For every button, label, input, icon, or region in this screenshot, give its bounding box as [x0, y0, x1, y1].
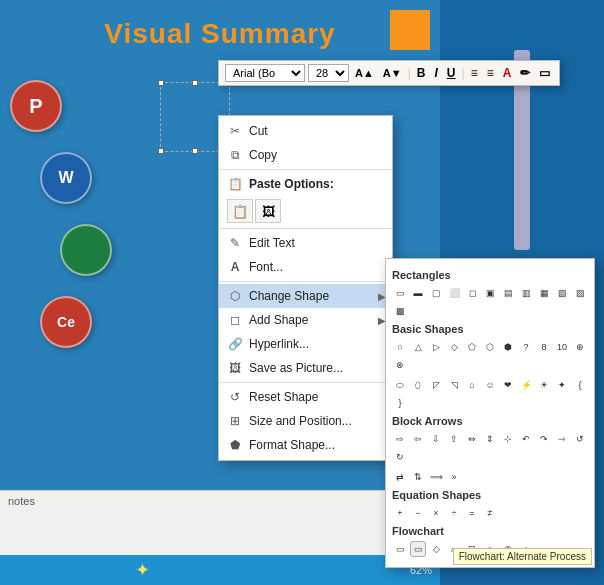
arrow-ud[interactable]: ⇕: [482, 431, 498, 447]
font-color-button[interactable]: A: [500, 65, 515, 81]
eq-equals[interactable]: =: [464, 505, 480, 521]
shape-rect-1[interactable]: ▭: [392, 285, 408, 301]
shape-half-frame[interactable]: ◸: [428, 377, 444, 393]
shape-smiley[interactable]: ☺: [482, 377, 498, 393]
shape-pentagon[interactable]: ⬠: [464, 339, 480, 355]
shape-curly-r[interactable]: }: [392, 395, 408, 411]
arrow-stripes-v[interactable]: ⇅: [410, 469, 426, 485]
arrow-cw[interactable]: ↻: [392, 449, 408, 465]
arrow-up[interactable]: ⇧: [446, 431, 462, 447]
align-left-button[interactable]: ≡: [468, 65, 481, 81]
shape-8[interactable]: 8: [536, 339, 552, 355]
shape-heart[interactable]: ❤: [500, 377, 516, 393]
shape-10[interactable]: 10: [554, 339, 570, 355]
block-arrows-row-2: ⇄ ⇅ ⟹ »: [392, 469, 588, 485]
add-shape-icon: ◻: [227, 312, 243, 328]
shape-x[interactable]: ⊗: [392, 357, 408, 373]
font-selector[interactable]: Arial (Bo: [225, 64, 305, 82]
shape-rect-7[interactable]: ▤: [500, 285, 516, 301]
edit-text-icon: ✎: [227, 235, 243, 251]
handle-bm[interactable]: [192, 148, 198, 154]
shape-house[interactable]: ⌂: [464, 377, 480, 393]
menu-change-shape[interactable]: ⬡ Change Shape ▶: [219, 284, 392, 308]
notes-label: notes: [0, 491, 440, 511]
menu-font[interactable]: A Font...: [219, 255, 392, 279]
shape-triangle[interactable]: △: [410, 339, 426, 355]
shape-rect-8[interactable]: ▥: [518, 285, 534, 301]
font-grow-button[interactable]: A▲: [352, 66, 377, 80]
eq-multiply[interactable]: ×: [428, 505, 444, 521]
flow-altprocess[interactable]: ▭: [410, 541, 426, 557]
paste-btn-2[interactable]: 🖼: [255, 199, 281, 223]
icon-access: Ce: [40, 296, 92, 348]
italic-button[interactable]: I: [431, 65, 440, 81]
arrow-bent-r[interactable]: ↷: [536, 431, 552, 447]
menu-copy[interactable]: ⧉ Copy: [219, 143, 392, 167]
arrow-right[interactable]: ⇨: [392, 431, 408, 447]
eq-notequals[interactable]: ≠: [482, 505, 498, 521]
flow-process[interactable]: ▭: [392, 541, 408, 557]
handle-tl[interactable]: [158, 80, 164, 86]
shape-hexagon[interactable]: ⬡: [482, 339, 498, 355]
menu-save-picture[interactable]: 🖼 Save as Picture...: [219, 356, 392, 380]
shape-diamond[interactable]: ◇: [446, 339, 462, 355]
format-shape-label: Format Shape...: [249, 438, 335, 452]
shape-rect-10[interactable]: ▧: [554, 285, 570, 301]
shape-stadium[interactable]: ⬭: [392, 377, 408, 393]
shape-rect-2[interactable]: ▬: [410, 285, 426, 301]
shape-corner[interactable]: ◹: [446, 377, 462, 393]
shape-q[interactable]: ?: [518, 339, 534, 355]
arrow-quad[interactable]: ⊹: [500, 431, 516, 447]
menu-cut[interactable]: ✂ Cut: [219, 119, 392, 143]
bold-button[interactable]: B: [414, 65, 429, 81]
shape-star[interactable]: ✦: [554, 377, 570, 393]
shape-cross[interactable]: ⊕: [572, 339, 588, 355]
arrow-ccw[interactable]: ↺: [572, 431, 588, 447]
menu-format-shape[interactable]: ⬟ Format Shape...: [219, 433, 392, 457]
arrow-bent-l[interactable]: ↶: [518, 431, 534, 447]
block-arrows-title: Block Arrows: [392, 415, 588, 427]
arrow-down[interactable]: ⇩: [428, 431, 444, 447]
arrow-lr[interactable]: ⇔: [464, 431, 480, 447]
highlight-button[interactable]: ✏: [517, 65, 533, 81]
underline-button[interactable]: U: [444, 65, 459, 81]
handle-bl[interactable]: [158, 148, 164, 154]
shape-sun[interactable]: ☀: [536, 377, 552, 393]
paste-btn-1[interactable]: 📋: [227, 199, 253, 223]
arrow-notch[interactable]: ⟹: [428, 469, 444, 485]
font-shrink-button[interactable]: A▼: [380, 66, 405, 80]
shape-frame[interactable]: ⬯: [410, 377, 426, 393]
flow-decision[interactable]: ◇: [428, 541, 444, 557]
shape-heptagon[interactable]: ⬢: [500, 339, 516, 355]
handle-tm[interactable]: [192, 80, 198, 86]
rectangles-title: Rectangles: [392, 269, 588, 281]
eq-divide[interactable]: ÷: [446, 505, 462, 521]
toolbar: Arial (Bo 28 A▲ A▼ | B I U | ≡ ≡ A ✏ ▭: [218, 60, 560, 86]
shape-lightning[interactable]: ⚡: [518, 377, 534, 393]
copy-label: Copy: [249, 148, 277, 162]
align-center-button[interactable]: ≡: [484, 65, 497, 81]
menu-hyperlink[interactable]: 🔗 Hyperlink...: [219, 332, 392, 356]
shape-curly-l[interactable]: {: [572, 377, 588, 393]
arrow-left[interactable]: ⇦: [410, 431, 426, 447]
shape-oval[interactable]: ○: [392, 339, 408, 355]
shape-rect-5[interactable]: ◻: [464, 285, 480, 301]
menu-reset-shape[interactable]: ↺ Reset Shape: [219, 385, 392, 409]
shape-rect-4[interactable]: ⬜: [446, 285, 462, 301]
shape-rect-12[interactable]: ▩: [392, 303, 408, 319]
eq-minus[interactable]: −: [410, 505, 426, 521]
shape-rect-11[interactable]: ▨: [572, 285, 588, 301]
font-size-selector[interactable]: 28: [308, 64, 349, 82]
shape-rect-3[interactable]: ▢: [428, 285, 444, 301]
arrow-stripes-h[interactable]: ⇄: [392, 469, 408, 485]
shape-rect-9[interactable]: ▦: [536, 285, 552, 301]
menu-size-position[interactable]: ⊞ Size and Position...: [219, 409, 392, 433]
eq-plus[interactable]: +: [392, 505, 408, 521]
border-button[interactable]: ▭: [536, 65, 553, 81]
arrow-curve[interactable]: ⇾: [554, 431, 570, 447]
menu-edit-text[interactable]: ✎ Edit Text: [219, 231, 392, 255]
arrow-chevron[interactable]: »: [446, 469, 462, 485]
shape-rtriangle[interactable]: ▷: [428, 339, 444, 355]
menu-add-shape[interactable]: ◻ Add Shape ▶: [219, 308, 392, 332]
shape-rect-6[interactable]: ▣: [482, 285, 498, 301]
